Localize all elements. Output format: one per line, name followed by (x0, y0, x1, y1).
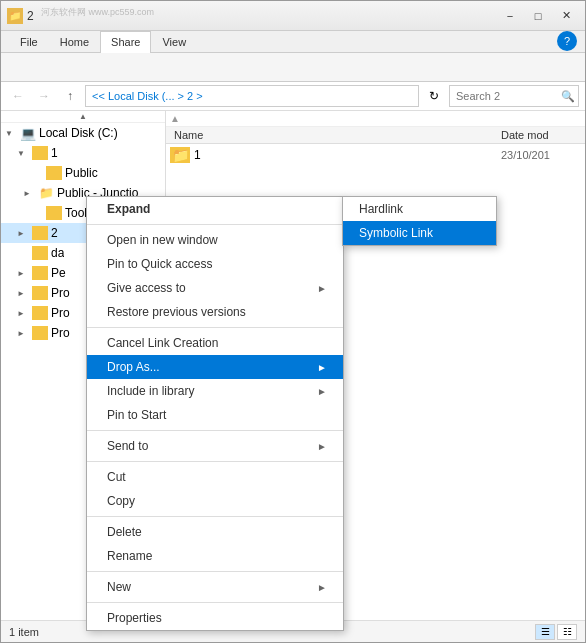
sidebar-label: da (51, 246, 64, 260)
menu-separator (87, 224, 343, 225)
menu-label: Restore previous versions (107, 305, 246, 319)
expand-arrow: ► (23, 189, 35, 198)
menu-separator (87, 461, 343, 462)
file-date: 23/10/201 (501, 149, 581, 161)
menu-label: Copy (107, 494, 135, 508)
menu-separator (87, 602, 343, 603)
expand-arrow: ► (17, 229, 29, 238)
menu-item-restore-versions[interactable]: Restore previous versions (87, 300, 343, 324)
file-name: 1 (194, 148, 501, 162)
help-button[interactable]: ? (557, 31, 577, 51)
menu-separator (87, 430, 343, 431)
title-buttons: − □ ✕ (497, 6, 579, 26)
view-details-button[interactable]: ☰ (535, 624, 555, 640)
expand-arrow: ► (17, 309, 29, 318)
menu-separator (87, 327, 343, 328)
menu-item-drop-as[interactable]: Drop As... ► (87, 355, 343, 379)
menu-item-cut[interactable]: Cut (87, 465, 343, 489)
menu-item-pin-quick-access[interactable]: Pin to Quick access (87, 252, 343, 276)
expand-arrow: ► (17, 289, 29, 298)
tab-home[interactable]: Home (49, 31, 100, 52)
ribbon-content (1, 53, 585, 81)
folder-icon (46, 206, 62, 220)
search-input[interactable] (449, 85, 579, 107)
expand-arrow: ▼ (17, 149, 29, 158)
path-text: << Local Disk (... > 2 > (92, 90, 203, 102)
sidebar-label: Pro (51, 286, 70, 300)
up-arrow-icon: ▲ (170, 113, 180, 124)
tab-file[interactable]: File (9, 31, 49, 52)
search-container: 🔍 (449, 85, 579, 107)
expand-arrow: ► (17, 269, 29, 278)
minimize-button[interactable]: − (497, 6, 523, 26)
menu-item-give-access[interactable]: Give access to ► (87, 276, 343, 300)
sidebar-label: Local Disk (C:) (39, 126, 118, 140)
sidebar-label: Pro (51, 326, 70, 340)
submenu-arrow-icon: ► (317, 362, 327, 373)
up-button[interactable]: ↑ (59, 85, 81, 107)
menu-label: Send to (107, 439, 148, 453)
menu-item-new[interactable]: New ► (87, 575, 343, 599)
context-menu: Expand Open in new window Pin to Quick a… (86, 196, 344, 631)
tab-share[interactable]: Share (100, 31, 151, 53)
menu-item-open-new-window[interactable]: Open in new window (87, 228, 343, 252)
menu-item-send-to[interactable]: Send to ► (87, 434, 343, 458)
sidebar-resize: ▲ (1, 111, 165, 123)
address-bar: ← → ↑ << Local Disk (... > 2 > ↻ 🔍 (1, 82, 585, 111)
window-title: 2 (27, 9, 497, 23)
close-button[interactable]: ✕ (553, 6, 579, 26)
menu-label: Expand (107, 202, 150, 216)
sidebar-label: Pro (51, 306, 70, 320)
tab-view[interactable]: View (151, 31, 197, 52)
menu-separator (87, 516, 343, 517)
menu-label: New (107, 580, 131, 594)
submenu-arrow-icon: ► (317, 441, 327, 452)
menu-item-delete[interactable]: Delete (87, 520, 343, 544)
sidebar-item-localdisk[interactable]: ▼ 💻 Local Disk (C:) (1, 123, 165, 143)
view-list-button[interactable]: ☷ (557, 624, 577, 640)
menu-item-pin-start[interactable]: Pin to Start (87, 403, 343, 427)
search-icon: 🔍 (561, 90, 575, 103)
sidebar-label: Public (65, 166, 98, 180)
submenu-label: Symbolic Link (359, 226, 433, 240)
submenu-arrow-icon: ► (317, 582, 327, 593)
submenu-drop-as: Hardlink Symbolic Link (342, 196, 497, 246)
folder-icon (32, 246, 48, 260)
sidebar-item-1[interactable]: ▼ 1 (1, 143, 165, 163)
sidebar-label: 2 (51, 226, 58, 240)
forward-button[interactable]: → (33, 85, 55, 107)
folder-icon (46, 166, 62, 180)
folder-icon (32, 286, 48, 300)
folder-icon (32, 226, 48, 240)
submenu-item-hardlink[interactable]: Hardlink (343, 197, 496, 221)
folder-icon (32, 146, 48, 160)
submenu-item-symbolic-link[interactable]: Symbolic Link (343, 221, 496, 245)
sidebar-item-public[interactable]: Public (1, 163, 165, 183)
menu-item-properties[interactable]: Properties (87, 606, 343, 630)
ribbon-tabs: File Home Share View ? (1, 31, 585, 53)
folder-special-icon: 📁 (38, 186, 54, 200)
maximize-button[interactable]: □ (525, 6, 551, 26)
menu-item-expand[interactable]: Expand (87, 197, 343, 221)
menu-label: Include in library (107, 384, 194, 398)
menu-label: Open in new window (107, 233, 218, 247)
sidebar-label: Pe (51, 266, 66, 280)
menu-item-rename[interactable]: Rename (87, 544, 343, 568)
menu-label: Cut (107, 470, 126, 484)
menu-label: Delete (107, 525, 142, 539)
menu-label: Pin to Quick access (107, 257, 212, 271)
window: 📁 2 河东软件网 www.pc559.com − □ ✕ File Home … (0, 0, 586, 643)
menu-item-copy[interactable]: Copy (87, 489, 343, 513)
address-path[interactable]: << Local Disk (... > 2 > (85, 85, 419, 107)
sidebar-label: 1 (51, 146, 58, 160)
refresh-button[interactable]: ↻ (423, 85, 445, 107)
menu-item-cancel-link[interactable]: Cancel Link Creation (87, 331, 343, 355)
item-count: 1 item (9, 626, 39, 638)
folder-icon (32, 266, 48, 280)
menu-item-include-library[interactable]: Include in library ► (87, 379, 343, 403)
back-button[interactable]: ← (7, 85, 29, 107)
menu-separator (87, 571, 343, 572)
menu-label: Drop As... (107, 360, 160, 374)
folder-icon (32, 306, 48, 320)
file-item[interactable]: 📁 1 23/10/201 (166, 144, 585, 166)
